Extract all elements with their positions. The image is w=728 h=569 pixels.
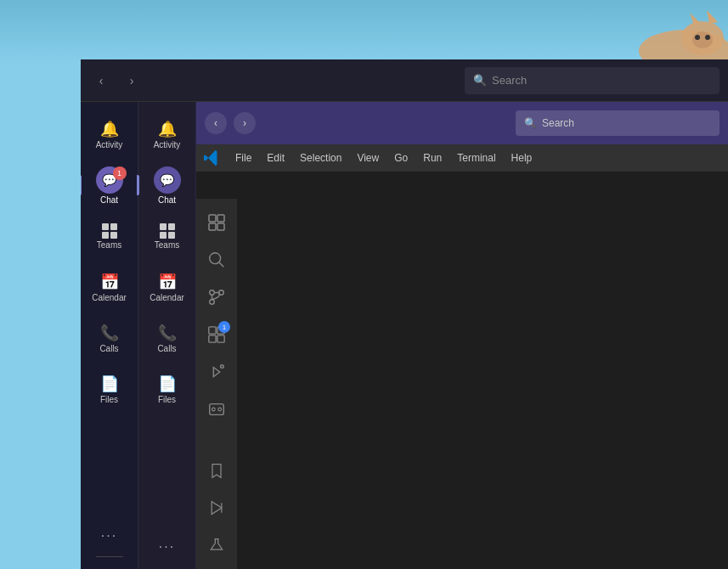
menu-file[interactable]: File [229, 149, 258, 167]
menu-run[interactable]: Run [416, 149, 449, 167]
search-text-inner: Search [542, 117, 574, 129]
calls-label: Calls [99, 344, 118, 353]
inner-header: ‹ › 🔍 Search [196, 102, 728, 144]
svg-point-4 [692, 31, 713, 48]
svg-point-6 [705, 35, 710, 40]
vscode-extensions-icon[interactable]: 1 [200, 318, 234, 352]
menu-go[interactable]: Go [387, 149, 415, 167]
forward-icon: › [130, 74, 134, 87]
svg-point-13 [210, 300, 215, 305]
chat-label-wide: Chat [158, 195, 176, 205]
menu-help[interactable]: Help [505, 149, 539, 167]
titlebar: ‹ › 🔍 Search [81, 59, 728, 102]
search-bar-inner[interactable]: 🔍 Search [516, 110, 720, 136]
activity-label-wide: Activity [154, 140, 181, 149]
teams-icon-wide [160, 223, 175, 239]
sidebar-item-calendar[interactable]: 📅 Calendar [86, 263, 133, 311]
vscode-debug-icon[interactable] [200, 355, 234, 389]
sidebar-wide-calendar[interactable]: 📅 Calendar [144, 263, 191, 311]
inner-back-button[interactable]: ‹ [205, 112, 227, 134]
calendar-icon: 📅 [100, 273, 119, 291]
chat-label: Chat [100, 195, 118, 205]
files-icon: 📄 [100, 375, 119, 393]
files-label-wide: Files [158, 395, 176, 404]
calls-icon: 📞 [100, 324, 119, 342]
search-icon-inner: 🔍 [524, 117, 537, 129]
activity-icon: 🔔 [100, 120, 119, 138]
vscode-bookmark-icon[interactable] [200, 454, 234, 487]
search-bar-top[interactable]: 🔍 Search [465, 67, 720, 94]
sidebar-item-activity[interactable]: 🔔 Activity [86, 110, 133, 158]
teams-label: Teams [97, 240, 121, 250]
forward-button[interactable]: › [120, 69, 144, 93]
back-icon: ‹ [99, 74, 104, 87]
svg-rect-9 [209, 223, 216, 230]
chat-badge: 1 [113, 166, 127, 180]
menu-selection[interactable]: Selection [293, 149, 348, 167]
vscode-content: 1 [196, 172, 728, 569]
svg-rect-18 [209, 327, 216, 334]
sidebar-wide: 🔔 Activity 💬 Chat Teams 📅 Calendar [138, 102, 196, 569]
search-text-top: Search [492, 74, 527, 87]
inner-back-icon: ‹ [214, 117, 217, 129]
activity-icon-wide: 🔔 [158, 120, 177, 138]
teams-main-area: 🔔 Activity 💬 Chat 1 Teams 📅 Calendar [81, 102, 728, 569]
teams-window: ‹ › 🔍 Search 🔔 Activity 💬 Chat 1 [81, 59, 728, 569]
calls-label-wide: Calls [157, 344, 176, 353]
sidebar-narrow: 🔔 Activity 💬 Chat 1 Teams 📅 Calendar [81, 102, 138, 569]
sidebar-item-calls[interactable]: 📞 Calls [86, 314, 133, 362]
search-icon-top: 🔍 [473, 74, 487, 87]
menu-terminal[interactable]: Terminal [450, 149, 502, 167]
svg-point-23 [218, 408, 222, 411]
back-button[interactable]: ‹ [89, 69, 113, 93]
svg-point-11 [210, 253, 221, 264]
sidebar-wide-activity[interactable]: 🔔 Activity [144, 110, 191, 158]
files-icon-wide: 📄 [158, 375, 177, 393]
vscode-flask-icon[interactable] [200, 528, 234, 562]
cat-silhouette [558, 0, 728, 64]
sidebar-wide-calls[interactable]: 📞 Calls [144, 314, 191, 362]
vscode-source-control-icon[interactable] [200, 280, 234, 314]
svg-point-5 [695, 35, 700, 40]
vscode-run-icon[interactable] [200, 491, 234, 525]
vscode-panel: File Edit Selection View Go Run Terminal… [196, 144, 728, 569]
sidebar-item-teams[interactable]: Teams [86, 212, 133, 260]
svg-marker-2 [690, 13, 701, 25]
svg-rect-17 [217, 335, 224, 342]
menu-edit[interactable]: Edit [260, 149, 291, 167]
svg-rect-8 [217, 215, 224, 222]
vscode-explorer-icon[interactable] [200, 206, 234, 239]
sidebar-divider [96, 556, 123, 557]
inner-panel: ‹ › 🔍 Search [196, 102, 728, 569]
chat-icon-wide: 💬 [154, 166, 181, 194]
teams-icon [102, 223, 117, 239]
svg-point-22 [212, 408, 216, 411]
calls-icon-wide: 📞 [158, 324, 177, 342]
vscode-remote-icon[interactable] [200, 392, 234, 426]
files-label: Files [100, 395, 118, 404]
sidebar-wide-chat[interactable]: 💬 Chat [144, 161, 191, 209]
sidebar-wide-files[interactable]: 📄 Files [144, 365, 191, 413]
calendar-label: Calendar [92, 293, 127, 302]
svg-point-20 [221, 365, 224, 369]
svg-point-15 [210, 290, 215, 296]
activity-label: Activity [96, 140, 123, 149]
vscode-logo [203, 149, 220, 166]
svg-rect-16 [209, 335, 216, 342]
calendar-icon-wide: 📅 [158, 273, 177, 291]
calendar-label-wide: Calendar [150, 293, 184, 302]
inner-forward-button[interactable]: › [234, 112, 256, 134]
menu-view[interactable]: View [350, 149, 386, 167]
editor-area [237, 172, 728, 569]
sidebar-item-chat[interactable]: 💬 Chat 1 [86, 161, 133, 209]
svg-rect-7 [209, 215, 216, 222]
teams-label-wide: Teams [155, 240, 179, 250]
vscode-search-icon[interactable] [200, 243, 234, 277]
svg-line-12 [219, 262, 224, 268]
sidebar-item-files[interactable]: 📄 Files [86, 365, 133, 413]
vscode-menubar: File Edit Selection View Go Run Terminal… [196, 144, 728, 172]
sidebar-more-button[interactable]: ··· [86, 522, 133, 549]
sidebar-wide-teams[interactable]: Teams [144, 212, 191, 260]
sidebar-wide-more-button[interactable]: ··· [144, 533, 191, 561]
extensions-badge: 1 [218, 321, 230, 333]
